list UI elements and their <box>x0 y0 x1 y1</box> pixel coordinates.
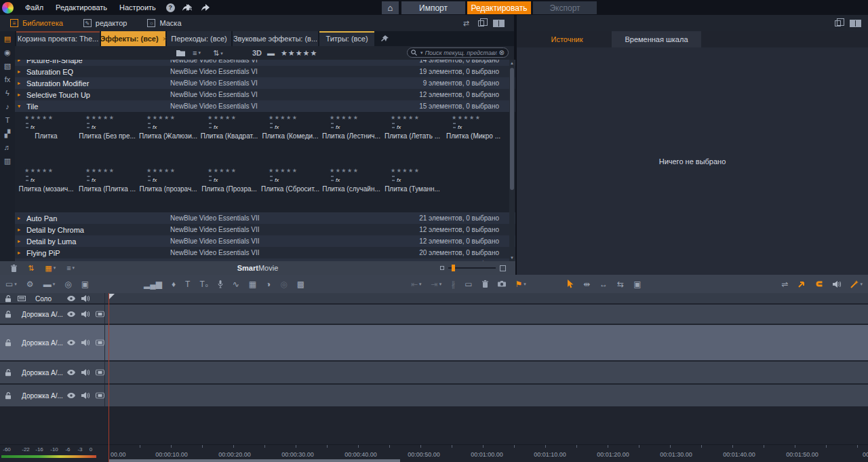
3d-filter-button[interactable]: 3D <box>252 49 262 57</box>
trim-mode-icon[interactable]: ⇹ <box>583 280 590 288</box>
effect-tile[interactable]: ★★★★★ fx Плитка (Лестнич... <box>321 114 382 165</box>
timeline-track[interactable]: Дорожка А/... <box>0 325 868 360</box>
effect-tile[interactable]: ★★★★★ fx Плитка (случайн... <box>321 167 382 212</box>
library-search-input[interactable]: ▾ Поиск текущ. представления ⊗ <box>407 47 509 58</box>
pan-zoom-icon[interactable]: ◑ <box>266 280 271 288</box>
effect-group-row[interactable]: ▸ Flying PiP NewBlue Video Essentials VI… <box>15 247 515 258</box>
lock-icon[interactable] <box>5 339 12 347</box>
workspace-tab[interactable]: Маска <box>137 15 191 31</box>
home-button[interactable]: ⌂ <box>382 1 399 14</box>
rating-stars[interactable]: ★★★★★ <box>24 115 77 121</box>
lock-icon[interactable] <box>5 311 12 318</box>
rating-stars[interactable]: ★★★★★ <box>85 168 138 174</box>
scroll-down-icon[interactable]: ▼ <box>509 256 515 260</box>
speaker-mute-icon[interactable] <box>81 311 90 317</box>
view-mode-icon[interactable]: ≡▾ <box>193 49 201 57</box>
monitor-track-icon[interactable] <box>96 311 104 317</box>
rating-filter-stars[interactable]: ★★★★★ <box>281 49 317 58</box>
tag-filter-icon[interactable]: ▬ <box>267 49 275 57</box>
mark-out-icon[interactable]: ⇥▾ <box>431 280 442 288</box>
rating-stars[interactable]: ★★★★★ <box>208 115 260 121</box>
rating-stars[interactable]: ★★★★★ <box>452 115 505 121</box>
create-title-icon[interactable]: T <box>185 280 190 288</box>
select-cursor-icon[interactable] <box>567 280 574 288</box>
slip-tool-icon[interactable]: ↔ <box>599 280 608 288</box>
workspace-tab[interactable]: редактор <box>73 15 138 31</box>
effect-tile[interactable]: ★★★★★ fx Плитка (Микро ... <box>443 114 505 165</box>
keyframe-icon[interactable]: ♦ <box>172 280 176 288</box>
scrollbar-thumb[interactable] <box>510 68 514 190</box>
rating-stars[interactable]: ★★★★★ <box>24 168 77 174</box>
slide-tool-icon[interactable]: ⇆ <box>617 280 624 288</box>
workspace-tab[interactable]: Библиотека <box>0 15 73 31</box>
player-tab[interactable]: Временная шкала <box>612 31 701 47</box>
effect-tile[interactable]: ★★★★★ fx Плитка (Прозра... <box>199 167 260 212</box>
expand-arrow-icon[interactable]: ▸ <box>18 69 26 75</box>
folder-icon[interactable] <box>176 50 185 56</box>
balance-icon[interactable]: ⇌ <box>781 280 788 288</box>
eye-visibility-icon[interactable] <box>67 340 75 345</box>
rating-stars[interactable]: ★★★★★ <box>85 115 138 121</box>
smartmovie-button[interactable]: SmartMovie <box>0 264 515 272</box>
subtitle-icon[interactable]: To <box>199 279 208 290</box>
effect-group-row[interactable]: ▸ Detail by Luma NewBlue Video Essential… <box>15 235 515 247</box>
timeline-hscrollbar-thumb[interactable] <box>108 459 400 462</box>
effect-tile[interactable]: ★★★★★ fx Плитка (Летать ... <box>382 114 443 165</box>
delete-clip-icon[interactable] <box>482 280 488 288</box>
audio-mixer-icon[interactable]: ▂▄▆ <box>144 280 162 288</box>
track-header[interactable]: Дорожка А/... <box>0 385 105 406</box>
track-header[interactable]: Соло <box>0 293 105 303</box>
effect-tile[interactable]: ★★★★★ fx Плитка (Плитка ... <box>77 167 138 212</box>
audio-ducking-icon[interactable]: ∿ <box>233 280 239 288</box>
effect-group-row[interactable]: ▸ Auto Pan NewBlue Video Essentials VII … <box>15 212 515 224</box>
effect-tile[interactable]: ★★★★★ fx Плитка (Туманн... <box>382 167 443 212</box>
playhead-flag-icon[interactable] <box>109 294 115 299</box>
voiceover-mic-icon[interactable] <box>218 280 223 288</box>
rating-stars[interactable]: ★★★★★ <box>146 168 199 174</box>
sort-icon[interactable]: ⇅▾ <box>213 49 223 58</box>
effect-tile[interactable]: ★★★★★ fx Плитка (Сбросит... <box>260 167 321 212</box>
rating-stars[interactable]: ★★★★★ <box>269 115 321 121</box>
library-scrollbar[interactable]: ▲ ▼ <box>509 60 515 261</box>
track-lane[interactable] <box>105 305 868 324</box>
sub-edit-icon[interactable]: ▣ <box>633 280 641 288</box>
track-name[interactable]: Дорожка А/... <box>22 311 63 318</box>
player-tab[interactable]: Источник <box>522 31 612 47</box>
mode-button[interactable]: Редактировать <box>467 1 531 14</box>
record-icon[interactable]: ◎ <box>64 280 71 288</box>
effect-group-row[interactable]: ▸ Selective Touch Up NewBlue Video Essen… <box>15 89 515 100</box>
monitor-track-icon[interactable] <box>96 370 104 376</box>
track-size-icon[interactable]: ▬▾ <box>43 280 56 288</box>
eye-visibility-icon[interactable] <box>67 370 75 375</box>
effect-tile[interactable]: ★★★★★ fx Плитка <box>16 114 77 165</box>
multitrack-grid-icon[interactable]: ▦ <box>249 280 256 288</box>
effect-tile[interactable]: ★★★★★ fx Плитка (Без пре... <box>77 114 138 165</box>
effect-group-row[interactable]: ▸ Picture-In-Shape NewBlue Video Essenti… <box>15 60 515 66</box>
eye-visibility-icon[interactable] <box>67 311 75 317</box>
rating-stars[interactable]: ★★★★★ <box>208 168 260 174</box>
redo-icon[interactable] <box>201 4 211 12</box>
timeline-track[interactable]: Соло <box>0 293 868 303</box>
timeline-track[interactable]: Дорожка А/... <box>0 305 868 324</box>
monitor-track-icon[interactable] <box>96 393 104 399</box>
copy-view-icon[interactable] <box>478 20 484 26</box>
rating-stars[interactable]: ★★★★★ <box>330 168 382 174</box>
timeline-track[interactable]: Дорожка А/... <box>0 362 868 383</box>
detach-panel-icon[interactable]: ⇄ <box>463 19 469 28</box>
undock-player-icon[interactable] <box>835 20 841 26</box>
magnet-snap-icon[interactable] <box>815 280 823 288</box>
zoom-slider[interactable] <box>448 267 496 269</box>
track-header[interactable]: Дорожка А/... <box>0 362 105 383</box>
zoom-out-icon[interactable] <box>440 266 444 270</box>
speaker-mute-icon[interactable] <box>81 369 90 376</box>
timeline-track[interactable]: Дорожка А/... <box>0 385 868 406</box>
track-name[interactable]: Соло <box>35 294 52 302</box>
score-icon[interactable]: ♬ <box>4 143 12 151</box>
effect-tile[interactable]: ★★★★★ fx Плитка (Комеди... <box>260 114 321 165</box>
timeline-ruler[interactable]: -60-22-16-10-6-30 00.0000:00:10.0000:00:… <box>0 444 868 462</box>
menu-item[interactable]: Настроить <box>113 3 162 12</box>
rating-stars[interactable]: ★★★★★ <box>269 168 321 174</box>
speaker-mute-icon[interactable] <box>81 339 90 346</box>
speaker-mute-icon[interactable] <box>81 295 90 302</box>
photos-folder-icon[interactable]: ▧ <box>4 62 11 70</box>
